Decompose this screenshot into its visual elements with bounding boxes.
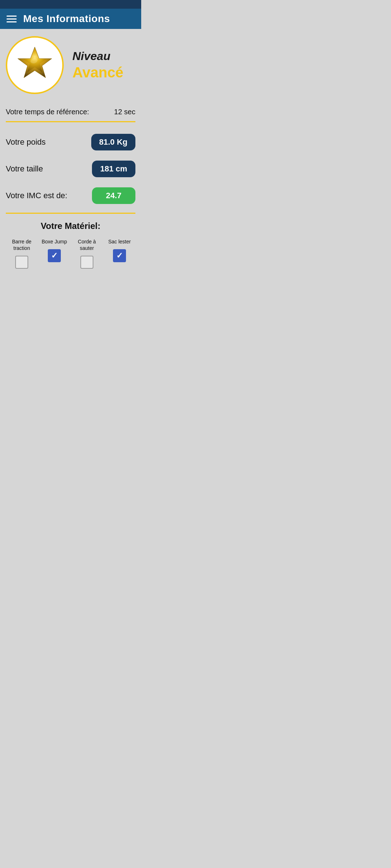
stat-row-taille: Votre taille 181 cm	[6, 156, 135, 182]
material-label-sac: Sac lester	[108, 238, 131, 245]
material-label-barre: Barre de traction	[7, 238, 36, 251]
material-checkbox-boxe[interactable]	[48, 249, 61, 262]
divider-2	[6, 213, 135, 214]
niveau-label: Niveau	[72, 50, 123, 63]
material-item-sac: Sac lester	[105, 238, 134, 269]
material-section: Votre Matériel: Barre de traction Boxe J…	[6, 221, 135, 269]
star-icon	[13, 43, 56, 87]
stat-label-poids: Votre poids	[6, 137, 46, 147]
material-title: Votre Matériel:	[6, 221, 135, 231]
page-title: Mes Informations	[23, 13, 110, 25]
material-item-corde: Corde à sauter	[72, 238, 101, 269]
stat-row-poids: Votre poids 81.0 Kg	[6, 129, 135, 156]
material-checkbox-sac[interactable]	[113, 249, 126, 262]
stat-label-taille: Votre taille	[6, 164, 43, 174]
material-grid: Barre de traction Boxe Jump Corde à saut…	[6, 238, 135, 269]
material-item-barre: Barre de traction	[7, 238, 36, 269]
level-section: Niveau Avancé	[6, 36, 135, 94]
material-label-corde: Corde à sauter	[72, 238, 101, 251]
content-area: Niveau Avancé Votre temps de référence: …	[0, 29, 141, 276]
stat-value-poids: 81.0 Kg	[91, 134, 135, 150]
stats-section: Votre poids 81.0 Kg Votre taille 181 cm …	[6, 129, 135, 209]
material-item-boxe: Boxe Jump	[40, 238, 69, 269]
material-checkbox-barre[interactable]	[15, 256, 28, 269]
ref-time-value: 12 sec	[114, 108, 135, 116]
divider-1	[6, 121, 135, 122]
ref-time-label: Votre temps de référence:	[6, 108, 89, 116]
stat-value-taille: 181 cm	[92, 161, 135, 177]
ref-time-row: Votre temps de référence: 12 sec	[6, 104, 135, 121]
stat-label-imc: Votre IMC est de:	[6, 191, 67, 200]
material-label-boxe: Boxe Jump	[42, 238, 67, 245]
header: Mes Informations	[0, 9, 141, 29]
avatar	[6, 36, 64, 94]
stat-row-imc: Votre IMC est de: 24.7	[6, 182, 135, 209]
material-checkbox-corde[interactable]	[80, 256, 93, 269]
niveau-value: Avancé	[72, 64, 123, 81]
menu-button[interactable]	[7, 16, 17, 22]
level-info: Niveau Avancé	[72, 50, 123, 81]
stat-value-imc: 24.7	[92, 187, 135, 204]
status-bar	[0, 0, 141, 9]
